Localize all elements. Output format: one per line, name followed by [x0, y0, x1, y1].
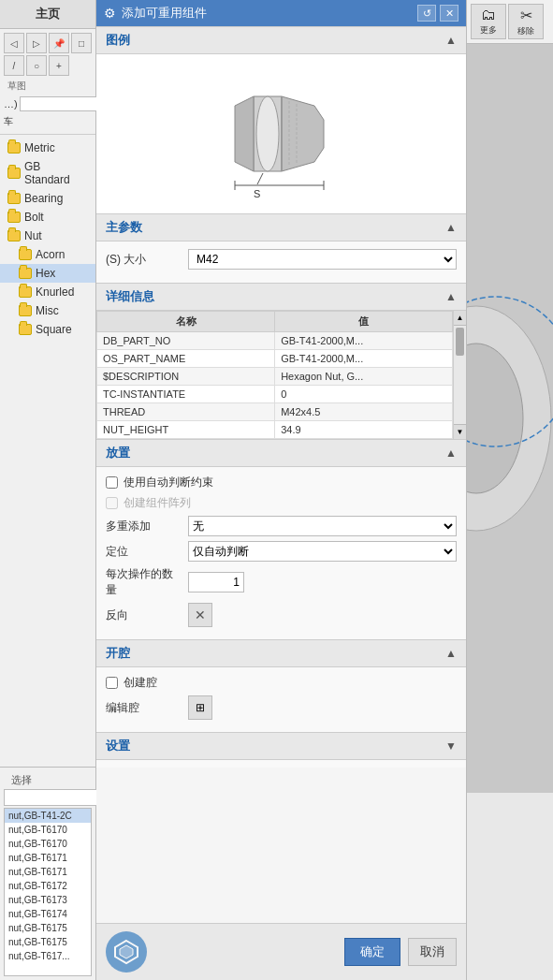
scroll-up-btn[interactable]: ▲ — [454, 311, 466, 326]
dialog-content: 图例 ▲ — [96, 26, 466, 923]
list-item-5[interactable]: nut,GB-T6172 — [5, 879, 91, 893]
sidebar-nav: Metric GB Standard Bearing Bolt Nut Acor… — [0, 135, 95, 767]
list-item-1[interactable]: nut,GB-T6170 — [5, 823, 91, 837]
sidebar-toolbar: ◁ ▷ 📌 □ / ○ + 草图 …) 车 — [0, 29, 95, 135]
list-item-2[interactable]: nut,GB-T6170 — [5, 837, 91, 851]
list-item-7[interactable]: nut,GB-T6174 — [5, 907, 91, 921]
list-item-10[interactable]: nut,GB-T617... — [5, 949, 91, 963]
scroll-thumb[interactable] — [456, 328, 464, 356]
multiple-add-select[interactable]: 无 是 — [188, 516, 457, 536]
table-row: $DESCRIPTION Hexagon Nut, G... — [97, 368, 453, 386]
edit-cavity-btn[interactable]: ⊞ — [188, 695, 212, 720]
table-row: OS_PART_NAME GB-T41-2000,M... — [97, 350, 453, 368]
cavity-section-header[interactable]: 开腔 ▲ — [96, 639, 466, 667]
qty-label: 每次操作的数量 — [106, 566, 181, 598]
create-array-checkbox[interactable] — [106, 497, 118, 509]
create-cavity-checkbox[interactable] — [106, 677, 118, 689]
ok-button[interactable]: 确定 — [344, 938, 400, 966]
logo-circle — [106, 931, 147, 973]
sidebar-item-nut[interactable]: Nut — [0, 227, 95, 245]
size-select[interactable]: M42 — [188, 249, 457, 270]
list-item-8[interactable]: nut,GB-T6175 — [5, 921, 91, 935]
sidebar-item-bearing[interactable]: Bearing — [0, 189, 95, 208]
details-section-header[interactable]: 详细信息 ▲ — [96, 283, 466, 311]
sidebar-item-gb-standard[interactable]: GB Standard — [0, 157, 95, 189]
sidebar-item-hex[interactable]: Hex — [0, 264, 95, 283]
cavity-section: 创建腔 编辑腔 ⊞ — [96, 667, 466, 732]
dialog-title: ⚙ 添加可重用组件 — [104, 5, 207, 22]
more-tool-btn[interactable]: 🗂 更多 — [471, 4, 506, 39]
list-item-9[interactable]: nut,GB-T6175 — [5, 935, 91, 949]
remove-icon: ✂ — [520, 7, 532, 24]
svg-line-11 — [257, 173, 263, 184]
toolbar-circle-btn[interactable]: ○ — [26, 55, 47, 76]
preview-section-arrow: ▲ — [445, 34, 457, 47]
sidebar-item-knurled[interactable]: Knurled — [0, 283, 95, 301]
svg-marker-13 — [120, 945, 133, 958]
folder-icon-misc — [19, 305, 32, 316]
sidebar-item-bolt[interactable]: Bolt — [0, 208, 95, 227]
create-array-row: 创建组件阵列 — [106, 495, 457, 511]
folder-icon-metric — [7, 142, 21, 154]
details-section-title: 详细信息 — [106, 288, 154, 305]
folder-icon-bearing — [7, 193, 21, 204]
logo-svg — [112, 938, 140, 966]
details-scroll: 名称 值 DB_PART_NO GB-T41-2000,M... OS_PART… — [96, 311, 453, 439]
sidebar-item-misc[interactable]: Misc — [0, 301, 95, 320]
reverse-row: 反向 ✕ — [106, 603, 457, 627]
sidebar-item-metric[interactable]: Metric — [0, 139, 95, 157]
preview-section-header[interactable]: 图例 ▲ — [96, 26, 466, 54]
close-btn[interactable]: ✕ — [440, 5, 458, 22]
cavity-section-title: 开腔 — [106, 645, 130, 662]
refresh-btn[interactable]: ↺ — [417, 5, 436, 22]
settings-section-arrow: ▼ — [445, 739, 457, 753]
scroll-down-btn[interactable]: ▼ — [454, 424, 466, 439]
position-select[interactable]: 仅自动判断 手动定位 — [188, 541, 457, 562]
placement-section-header[interactable]: 放置 ▲ — [96, 439, 466, 467]
table-row: NUT_HEIGHT 34.9 — [97, 421, 453, 439]
params-section-header[interactable]: 主参数 ▲ — [96, 213, 466, 241]
cancel-button[interactable]: 取消 — [408, 938, 457, 966]
toolbar-forward-btn[interactable]: ▷ — [26, 33, 47, 53]
toolbar-back-btn[interactable]: ◁ — [4, 33, 24, 53]
toolbar-rect-btn[interactable]: □ — [71, 33, 92, 53]
toolbar-plus-btn[interactable]: + — [49, 55, 69, 76]
qty-input[interactable] — [188, 572, 244, 592]
folder-icon-square — [19, 324, 32, 335]
toolbar-pin-btn[interactable]: 📌 — [49, 33, 69, 53]
create-cavity-label: 创建腔 — [124, 675, 157, 691]
detail-name-0: DB_PART_NO — [97, 332, 275, 350]
svg-text:S: S — [254, 188, 260, 199]
reverse-btn[interactable]: ✕ — [188, 603, 212, 627]
list-item-3[interactable]: nut,GB-T6171 — [5, 851, 91, 865]
settings-section-header[interactable]: 设置 ▼ — [96, 732, 466, 760]
dialog-title-text: 添加可重用组件 — [122, 5, 207, 22]
size-label: (S) 大小 — [106, 252, 181, 268]
params-section-arrow: ▲ — [445, 221, 457, 234]
list-item-6[interactable]: nut,GB-T6173 — [5, 893, 91, 907]
details-scrollbar[interactable]: ▲ ▼ — [453, 311, 466, 439]
main-dialog: ⚙ 添加可重用组件 ↺ ✕ 图例 ▲ — [96, 0, 466, 980]
list-area: nut,GB-T41-2C nut,GB-T6170 nut,GB-T6170 … — [4, 808, 92, 976]
sidebar-item-acorn[interactable]: Acorn — [0, 245, 95, 264]
toolbar-line-btn[interactable]: / — [4, 55, 24, 76]
folder-icon-nut — [7, 230, 21, 241]
params-section: (S) 大小 M42 — [96, 241, 466, 283]
remove-btn-label: 移除 — [517, 25, 534, 37]
detail-name-3: TC-INSTANTIATE — [97, 386, 275, 403]
more-icon: 🗂 — [481, 7, 496, 23]
sidebar-tab-home[interactable]: 主页 — [0, 0, 95, 29]
list-item-4[interactable]: nut,GB-T6171 — [5, 865, 91, 879]
sidebar-item-square[interactable]: Square — [0, 320, 95, 339]
detail-value-2: Hexagon Nut, G... — [275, 368, 453, 386]
sidebar-bottom: 选择 ▼ ◁ ▷ nut,GB-T41-2C nut,GB-T6170 nut,… — [0, 767, 95, 980]
size-param-row: (S) 大小 M42 — [106, 249, 457, 270]
placement-section-arrow: ▲ — [445, 446, 457, 460]
auto-constraint-checkbox[interactable] — [106, 476, 118, 489]
cavity-section-arrow: ▲ — [445, 647, 457, 660]
list-item-0[interactable]: nut,GB-T41-2C — [5, 809, 91, 823]
cart-label: 车 — [4, 113, 92, 130]
position-label: 定位 — [106, 544, 181, 560]
remove-tool-btn[interactable]: ✂ 移除 — [508, 4, 544, 39]
left-sidebar: 主页 ◁ ▷ 📌 □ / ○ + 草图 …) 车 Metric GB Stand… — [0, 0, 96, 980]
